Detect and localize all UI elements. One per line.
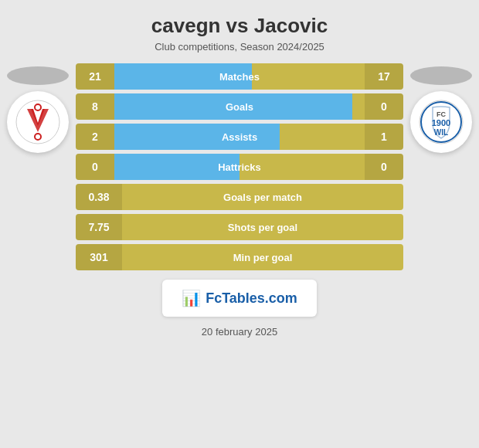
- right-crest-icon: FC 1900 WIL: [419, 100, 464, 144]
- stat-row-matches: 21 Matches 17: [76, 63, 403, 90]
- footer-date: 20 february 2025: [202, 326, 277, 338]
- min-per-goal-value: 301: [76, 244, 122, 270]
- hattricks-right-value: 0: [365, 154, 403, 180]
- assists-label: Assists: [222, 131, 257, 143]
- fctables-logo-text: FcTables.com: [206, 290, 297, 307]
- hattricks-label: Hattricks: [218, 161, 261, 173]
- goals-right-value: 0: [365, 93, 403, 120]
- matches-label: Matches: [219, 71, 260, 83]
- stats-area: 21 Matches 17 8 Goals 0 2 Assis: [73, 63, 406, 270]
- shots-per-goal-value: 7.75: [76, 214, 122, 240]
- assists-right-value: 1: [365, 124, 403, 150]
- matches-center: Matches: [114, 63, 365, 90]
- assists-left-value: 2: [76, 124, 114, 150]
- stat-row-goals: 8 Goals 0: [76, 93, 403, 120]
- stat-row-hattricks: 0 Hattricks 0: [76, 154, 403, 180]
- hattricks-left-value: 0: [76, 154, 114, 180]
- fctables-chart-icon: 📊: [182, 289, 201, 307]
- stat-row-min-per-goal: 301 Min per goal: [76, 244, 403, 270]
- goals-center: Goals: [114, 93, 365, 120]
- goals-left-value: 8: [76, 93, 114, 120]
- matches-right-value: 17: [365, 63, 403, 90]
- right-team-logo: FC 1900 WIL: [406, 63, 476, 158]
- assists-center: Assists: [114, 124, 365, 150]
- hattricks-center: Hattricks: [114, 154, 365, 180]
- goals-per-match-value: 0.38: [76, 184, 122, 210]
- svg-point-0: [16, 100, 59, 144]
- left-crest-icon: [15, 100, 60, 144]
- svg-text:1900: 1900: [432, 118, 450, 127]
- svg-text:WIL: WIL: [434, 128, 448, 137]
- page-title: cavegn vs Jacovic: [151, 14, 328, 38]
- stat-row-assists: 2 Assists 1: [76, 124, 403, 150]
- goals-label: Goals: [226, 101, 253, 113]
- svg-text:FC: FC: [437, 110, 446, 118]
- shots-per-goal-label: Shots per goal: [122, 214, 403, 240]
- left-team-logo: [3, 63, 73, 158]
- page-subtitle: Club competitions, Season 2024/2025: [155, 41, 324, 53]
- fctables-logo: 📊 FcTables.com: [162, 280, 317, 317]
- stat-row-shots-per-goal: 7.75 Shots per goal: [76, 214, 403, 240]
- stat-row-goals-per-match: 0.38 Goals per match: [76, 184, 403, 210]
- min-per-goal-label: Min per goal: [122, 244, 403, 270]
- goals-per-match-label: Goals per match: [122, 184, 403, 210]
- matches-left-value: 21: [76, 63, 114, 90]
